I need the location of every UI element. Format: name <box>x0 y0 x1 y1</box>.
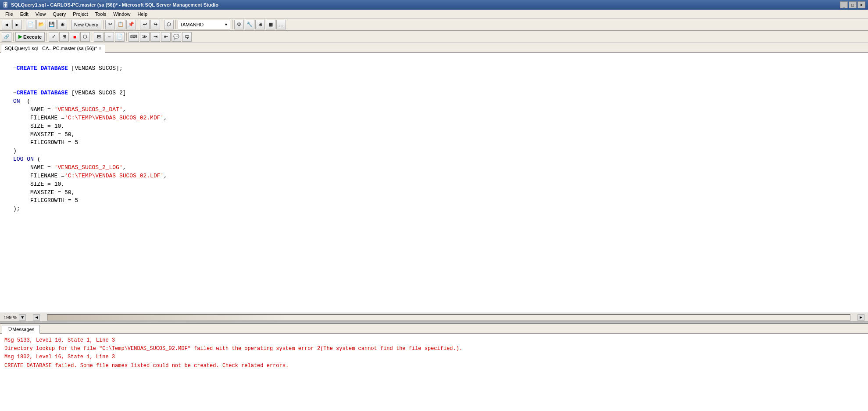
menu-window[interactable]: Window <box>110 11 134 17</box>
editor-status-bar: 199 % ▼ ◄ ► <box>0 313 868 321</box>
sep2 <box>69 20 69 29</box>
zoom-control: 199 % ▼ <box>4 314 26 321</box>
cut-button[interactable]: ✂ <box>105 20 115 29</box>
scroll-left-button[interactable]: ◄ <box>33 314 40 321</box>
title-controls: _ □ × <box>840 1 865 8</box>
menu-view[interactable]: View <box>32 11 50 17</box>
zoom-decrease-button[interactable]: ▼ <box>19 314 26 321</box>
toolbar-1: ◄ ► 📄 📂 💾 ⊞ New Query ✂ 📋 📌 ↩ ↪ ⬡ TAMANH… <box>0 18 868 31</box>
code-editor[interactable]: −CREATE DATABASE [VENDAS SUCOS]; x −CREA… <box>0 53 868 313</box>
results-to-grid[interactable]: ⊞ <box>94 32 104 42</box>
scroll-right-button[interactable]: ► <box>857 314 864 321</box>
uncomment-button[interactable]: 🗨 <box>182 32 192 42</box>
sep3 <box>103 20 104 29</box>
qsep2 <box>46 32 47 41</box>
menu-tools[interactable]: Tools <box>92 11 110 17</box>
open-button[interactable]: 📂 <box>36 20 46 29</box>
save-all-button[interactable]: ⊞ <box>57 20 67 29</box>
execute-button[interactable]: ▶ Execute <box>15 32 45 42</box>
menu-edit[interactable]: Edit <box>17 11 32 17</box>
dropdown-arrow-icon: ▼ <box>224 22 228 27</box>
forward-button[interactable]: ► <box>12 20 22 29</box>
check-button[interactable]: ✓ <box>49 32 58 42</box>
wrench-button[interactable]: 🔧 <box>245 20 254 29</box>
messages-tab[interactable]: 🗨 Messages <box>2 325 40 334</box>
comment-button[interactable]: 💬 <box>171 32 181 42</box>
menu-bar: File Edit View Query Project Tools Windo… <box>0 10 868 18</box>
results-tabs: 🗨 Messages <box>0 324 868 334</box>
menu-project[interactable]: Project <box>69 11 91 17</box>
indent-button[interactable]: ⇥ <box>150 32 160 42</box>
messages-tab-icon: 🗨 <box>7 327 12 332</box>
messages-tab-label: Messages <box>12 327 34 332</box>
menu-file[interactable]: File <box>2 11 17 17</box>
sep5 <box>162 20 162 29</box>
sep4 <box>138 20 138 29</box>
title-bar: 🗄 SQLQuery1.sql - CARLOS-PC.master (sa (… <box>0 0 868 10</box>
table-button[interactable]: ⊞ <box>255 20 265 29</box>
debug-button[interactable]: ⬡ <box>164 20 174 29</box>
results-to-text[interactable]: ≡ <box>104 32 114 42</box>
zoom-value: 199 % <box>4 315 17 320</box>
editor-tab-1[interactable]: SQLQuery1.sql - CA...PC.master (sa (56))… <box>1 44 105 53</box>
connect-button[interactable]: 🔗 <box>2 32 11 42</box>
menu-help[interactable]: Help <box>134 11 151 17</box>
parse-button[interactable]: ⊞ <box>59 32 69 42</box>
horizontal-scrollbar[interactable] <box>47 314 850 321</box>
results-content: Msg 5133, Level 16, State 1, Line 3 Dire… <box>0 334 868 411</box>
tab-bar: SQLQuery1.sql - CA...PC.master (sa (56))… <box>0 43 868 53</box>
undo-button[interactable]: ↩ <box>140 20 150 29</box>
back-button[interactable]: ◄ <box>2 20 11 29</box>
misc-button[interactable]: … <box>276 20 286 29</box>
close-button[interactable]: × <box>857 1 865 8</box>
properties-button[interactable]: ⚙ <box>234 20 244 29</box>
error-msg-4: CREATE DATABASE failed. Some file names … <box>4 362 864 370</box>
toolbar-2: 🔗 ▶ Execute ✓ ⊞ ■ ⬡ ⊞ ≡ 📄 ⌨ ≫ ⇥ ⇤ 💬 🗨 <box>0 31 868 43</box>
tab-label: SQLQuery1.sql - CA...PC.master (sa (56))… <box>5 46 97 51</box>
menu-query[interactable]: Query <box>49 11 69 17</box>
main-area: −CREATE DATABASE [VENDAS SUCOS]; x −CREA… <box>0 53 868 411</box>
sep7 <box>232 20 232 29</box>
maximize-button[interactable]: □ <box>849 1 857 8</box>
results-to-file[interactable]: 📄 <box>115 32 125 42</box>
database-dropdown-value: TAMANHO <box>180 22 204 27</box>
save-button[interactable]: 💾 <box>47 20 57 29</box>
execute-label: Execute <box>23 34 42 40</box>
qsep4 <box>126 32 127 41</box>
debug2-button[interactable]: ⬡ <box>80 32 90 42</box>
qsep3 <box>92 32 92 41</box>
sep1 <box>24 20 24 29</box>
paste-button[interactable]: 📌 <box>126 20 136 29</box>
copy-button[interactable]: 📋 <box>116 20 125 29</box>
sqlcmd-button[interactable]: ⌨ <box>129 32 139 42</box>
database-dropdown[interactable]: TAMANHO ▼ <box>178 20 230 29</box>
app-icon: 🗄 <box>3 2 8 8</box>
error-msg-1: Msg 5133, Level 16, State 1, Line 3 <box>4 336 864 345</box>
redo-button[interactable]: ↪ <box>150 20 160 29</box>
stop-button[interactable]: ■ <box>70 32 79 42</box>
qsep1 <box>13 32 14 41</box>
code-content: −CREATE DATABASE [VENDAS SUCOS]; x −CREA… <box>0 54 868 224</box>
execute-icon: ▶ <box>18 34 22 40</box>
results-pane: 🗨 Messages Msg 5133, Level 16, State 1, … <box>0 323 868 411</box>
sep6 <box>175 20 176 29</box>
window-title: SQLQuery1.sql - CARLOS-PC.master (sa (56… <box>11 2 218 7</box>
outdent-button[interactable]: ⇤ <box>161 32 171 42</box>
new-file-button[interactable]: 📄 <box>26 20 36 29</box>
tab-close-icon[interactable]: × <box>99 46 101 51</box>
minimize-button[interactable]: _ <box>840 1 848 8</box>
error-msg-3: Msg 1802, Level 16, State 1, Line 3 <box>4 353 864 361</box>
more-button[interactable]: ≫ <box>140 32 150 42</box>
error-msg-2: Directory lookup for the file "C:\Temp\V… <box>4 345 864 353</box>
grid-button[interactable]: ▦ <box>266 20 275 29</box>
new-query-button[interactable]: New Query <box>71 20 101 29</box>
